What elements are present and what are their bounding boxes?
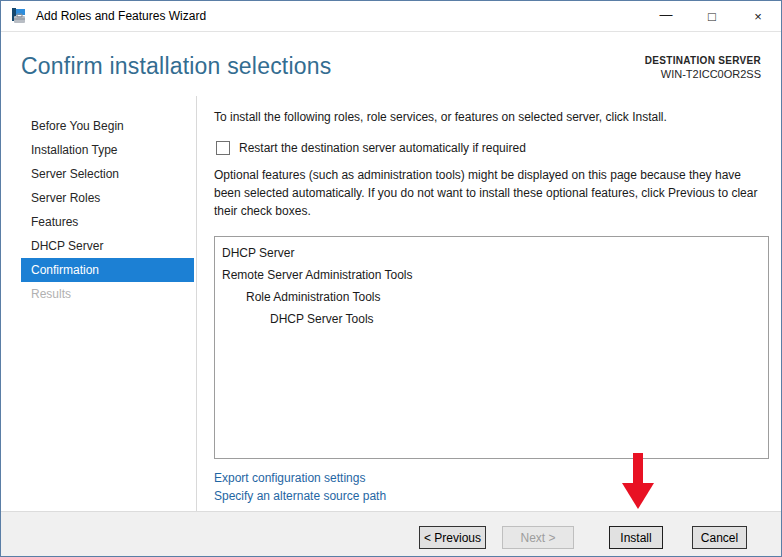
selected-items-listbox[interactable]: DHCP Server Remote Server Administration…	[214, 236, 769, 459]
destination-server-name: WIN-T2ICC0OR2SS	[645, 68, 761, 80]
sidebar-item-confirmation[interactable]: Confirmation	[21, 258, 194, 282]
list-item[interactable]: DHCP Server Tools	[215, 308, 768, 330]
cancel-button[interactable]: Cancel	[692, 526, 747, 549]
server-manager-icon	[11, 8, 27, 24]
sidebar-item-server-roles[interactable]: Server Roles	[21, 186, 194, 210]
confirmation-page: To install the following roles, role ser…	[214, 96, 769, 505]
sidebar-item-before-you-begin[interactable]: Before You Begin	[21, 114, 194, 138]
sidebar-item-features[interactable]: Features	[21, 210, 194, 234]
restart-checkbox[interactable]	[216, 141, 230, 155]
restart-checkbox-label: Restart the destination server automatic…	[239, 141, 526, 155]
wizard-footer: < Previous Next > Install Cancel	[1, 511, 781, 556]
wizard-window: Add Roles and Features Wizard — □ × Conf…	[0, 0, 782, 557]
list-item[interactable]: DHCP Server	[215, 242, 768, 264]
list-item[interactable]: Role Administration Tools	[215, 286, 768, 308]
optional-features-note: Optional features (such as administratio…	[214, 166, 769, 220]
titlebar: Add Roles and Features Wizard — □ ×	[1, 1, 781, 32]
wizard-header: Confirm installation selections DESTINAT…	[1, 33, 781, 96]
next-button: Next >	[502, 526, 574, 549]
close-icon: ×	[754, 9, 762, 24]
window-controls: — □ ×	[643, 1, 781, 32]
annotation-arrow	[633, 453, 643, 484]
link-group: Export configuration settings Specify an…	[214, 469, 769, 505]
wizard-steps-sidebar: Before You Begin Installation Type Serve…	[1, 96, 197, 511]
sidebar-item-dhcp-server[interactable]: DHCP Server	[21, 234, 194, 258]
previous-button[interactable]: < Previous	[419, 526, 486, 549]
maximize-button[interactable]: □	[689, 1, 735, 32]
maximize-icon: □	[708, 9, 716, 24]
list-item[interactable]: Remote Server Administration Tools	[215, 264, 768, 286]
minimize-icon: —	[660, 7, 673, 22]
annotation-arrow-head	[622, 483, 654, 509]
close-button[interactable]: ×	[735, 1, 781, 32]
window-title: Add Roles and Features Wizard	[36, 9, 643, 23]
sidebar-item-installation-type[interactable]: Installation Type	[21, 138, 194, 162]
install-button[interactable]: Install	[609, 526, 663, 549]
export-configuration-link[interactable]: Export configuration settings	[214, 469, 769, 487]
sidebar-item-server-selection[interactable]: Server Selection	[21, 162, 194, 186]
alternate-source-path-link[interactable]: Specify an alternate source path	[214, 487, 769, 505]
page-title: Confirm installation selections	[21, 53, 331, 80]
destination-block: DESTINATION SERVER WIN-T2ICC0OR2SS	[645, 55, 761, 80]
minimize-button[interactable]: —	[643, 1, 689, 32]
sidebar-item-results: Results	[21, 282, 194, 306]
destination-label: DESTINATION SERVER	[645, 55, 761, 66]
intro-text: To install the following roles, role ser…	[214, 109, 769, 125]
restart-checkbox-row[interactable]: Restart the destination server automatic…	[214, 140, 769, 156]
